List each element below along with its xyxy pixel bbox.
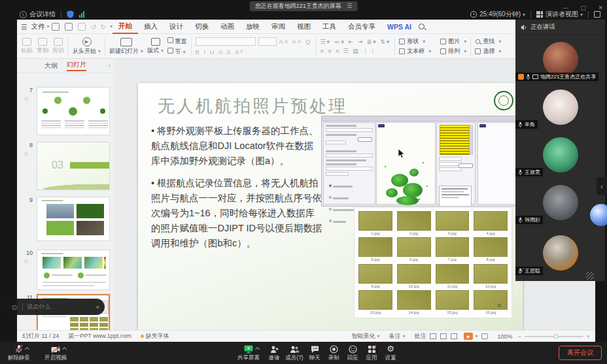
normal-view-icon[interactable]: [430, 333, 436, 339]
tab-outline[interactable]: 大纲: [44, 61, 58, 71]
bullet-2: 根据航点记录位置信息，将无人机航拍照片与航点一一对应，并按照航点序号依次编号为1…: [151, 176, 322, 252]
align-format-icons[interactable]: ≡ ≡ ≡ ☰ ▤ ⋮⋮: [320, 48, 377, 55]
participant-tile[interactable]: 地阔221王贵杰正在共享: [515, 36, 605, 83]
aerial-photo-tile: [474, 211, 508, 231]
font-grow-shrink-icons[interactable]: A˄ A˅ Q: [279, 38, 312, 45]
font-style-buttons[interactable]: B I U A S X²: [196, 48, 244, 56]
picture-button[interactable]: 图片▾: [440, 37, 466, 46]
select-button[interactable]: 选择▾: [475, 47, 501, 56]
view-mode-selector[interactable]: 演讲者视图: [546, 10, 578, 19]
new-slide-icon: [120, 38, 132, 46]
danmaku-placeholder[interactable]: 说点什么: [27, 303, 92, 311]
file-menu[interactable]: 文件: [31, 22, 44, 31]
danmaku-input-pill[interactable]: ☺ 说点什么 «: [5, 299, 105, 315]
tab-home[interactable]: 开始: [113, 20, 138, 34]
zoom-slider[interactable]: [525, 336, 583, 337]
zoom-percent[interactable]: 100%: [497, 333, 512, 340]
reading-view-icon[interactable]: [451, 333, 457, 339]
tab-animation[interactable]: 动画: [215, 20, 240, 34]
copy-button[interactable]: 复制: [37, 38, 48, 55]
star-icon[interactable]: ☆: [24, 95, 29, 102]
export-icon[interactable]: [78, 23, 86, 31]
font-family-select[interactable]: [196, 37, 256, 46]
participant-tile[interactable]: 王致意: [515, 131, 605, 178]
zoom-slider-handle[interactable]: [554, 334, 559, 339]
participant-tile[interactable]: 羊角: [515, 84, 605, 131]
find-button[interactable]: 查找▾: [475, 37, 501, 46]
notes-button[interactable]: 备注▾: [389, 332, 405, 340]
zoom-out-icon[interactable]: −: [517, 333, 521, 340]
tab-review[interactable]: 审阅: [266, 20, 291, 34]
comment-button[interactable]: 批注: [414, 332, 426, 340]
play-caret-icon[interactable]: ▾: [475, 333, 477, 339]
layout-button[interactable]: 版式▾: [147, 38, 164, 55]
meeting-timer[interactable]: 25:49(60分钟): [479, 10, 521, 19]
meeting-topbar: i 会议详情 25:49(60分钟) ▾ 演讲者视图 ▾: [0, 8, 607, 20]
search-icon[interactable]: [419, 24, 425, 29]
sidebar-collapse-tab[interactable]: ‹: [597, 177, 607, 195]
slide-thumbnail-8[interactable]: 8 ☆ 03: [37, 142, 114, 190]
redo-icon[interactable]: ↻: [100, 23, 106, 31]
tab-design[interactable]: 设计: [164, 20, 189, 34]
timer-caret-icon[interactable]: ▾: [523, 12, 525, 18]
play-slideshow-button[interactable]: ▶: [464, 333, 473, 340]
tab-wps-ai[interactable]: WPS AI: [381, 20, 417, 34]
divider: [530, 11, 531, 18]
slide-thumbnail-10[interactable]: 10 ☆: [37, 250, 114, 290]
aerial-photo-tile: [474, 237, 508, 257]
chevron-up-icon[interactable]: [62, 347, 67, 352]
undo-icon[interactable]: ↺: [90, 23, 96, 31]
collapse-left-icon[interactable]: «: [95, 303, 99, 310]
unmute-button[interactable]: 解除静音: [4, 344, 34, 362]
leave-meeting-button[interactable]: 离开会议: [559, 346, 602, 360]
beautify-button[interactable]: 智能美化▾: [351, 332, 379, 340]
network-signal-icon[interactable]: [79, 11, 84, 18]
font-size-select[interactable]: [258, 37, 277, 46]
new-slide-button[interactable]: 新建幻灯片▾: [109, 38, 143, 56]
sidebar-resize-handle[interactable]: [586, 272, 594, 280]
panel-collapse-icon[interactable]: ‹: [109, 62, 111, 69]
shape-button[interactable]: 形状▾: [399, 37, 431, 46]
tab-view[interactable]: 视图: [291, 20, 317, 34]
print-icon[interactable]: [65, 23, 73, 31]
start-video-button[interactable]: 开启视频: [41, 344, 71, 362]
missing-fonts-notice[interactable]: 缺失字体: [146, 332, 169, 340]
slide-thumbnail-7[interactable]: 7 ☆: [37, 87, 114, 135]
star-icon[interactable]: ☆: [24, 150, 29, 157]
security-shield-icon[interactable]: [67, 10, 74, 18]
divider: [22, 303, 23, 311]
tab-slideshow[interactable]: 放映: [240, 20, 266, 34]
fullscreen-icon[interactable]: [594, 11, 600, 18]
save-icon[interactable]: [52, 23, 60, 31]
participant-tile[interactable]: 王思聪: [515, 227, 605, 279]
reset-button[interactable]: 重置: [167, 37, 187, 46]
paste-button[interactable]: 粘贴: [21, 38, 33, 55]
view-caret-icon[interactable]: ▾: [580, 12, 583, 18]
fit-window-icon[interactable]: [481, 333, 488, 339]
emoji-icon[interactable]: ☺: [10, 303, 18, 311]
tab-tools[interactable]: 工具: [317, 20, 342, 34]
aerial-photo-tile: [474, 264, 508, 284]
chevron-up-icon[interactable]: [25, 347, 29, 352]
gear-icon: ⚙: [387, 344, 394, 354]
textbox-button[interactable]: 文本框▾: [399, 47, 431, 56]
play-circle-icon: ▶: [82, 37, 92, 46]
zoom-in-icon[interactable]: +: [587, 333, 590, 340]
cut-button[interactable]: 剪切: [52, 38, 64, 55]
paragraph-format-icons[interactable]: ☰▾ ≔▾ ⇤ ⇥ ≣▾ ⇅▾: [320, 39, 390, 46]
hamburger-icon[interactable]: ☰: [21, 23, 27, 31]
play-from-start-button[interactable]: ▶ 从头开始▾: [73, 37, 101, 56]
tab-member[interactable]: 会员专享: [342, 20, 381, 34]
tab-insert[interactable]: 插入: [138, 20, 164, 34]
slide-thumbnail-9[interactable]: 9: [37, 197, 114, 241]
arrange-button[interactable]: 排列▾: [440, 47, 466, 56]
section-button[interactable]: 节▾: [167, 48, 187, 56]
meeting-details-link[interactable]: 会议详情: [29, 10, 56, 19]
tab-slides[interactable]: 幻灯片: [67, 60, 86, 71]
tab-transition[interactable]: 切换: [189, 20, 215, 34]
current-slide[interactable]: 无人机航拍照片预处理 将野外观测平板上传服务器的工作点、航点航线信息和DJI L…: [138, 83, 523, 348]
settings-button[interactable]: ⚙ 设置: [375, 344, 406, 362]
figure-window-titlebar: [322, 116, 521, 122]
star-icon[interactable]: ☆: [24, 258, 29, 265]
slide-sorter-icon[interactable]: [440, 333, 447, 339]
